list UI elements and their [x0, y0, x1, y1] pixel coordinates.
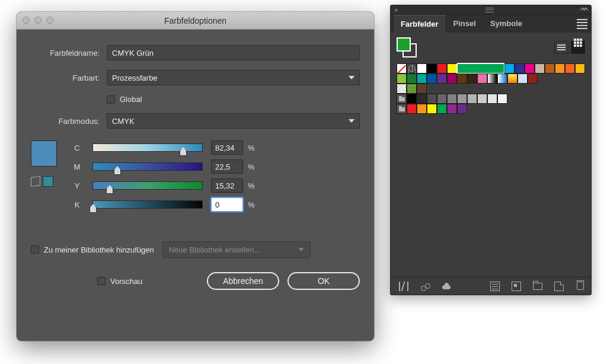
swatch-cell[interactable] — [565, 63, 575, 74]
swatch-cell[interactable] — [437, 104, 447, 114]
slider-knob-icon[interactable] — [114, 169, 121, 175]
swatch-cell[interactable] — [417, 63, 427, 74]
swatch-cell[interactable] — [528, 74, 538, 84]
swatch-cell[interactable] — [457, 94, 467, 104]
global-checkbox[interactable]: Global — [107, 95, 142, 104]
fill-swatch[interactable] — [397, 37, 411, 52]
swatch-cell[interactable] — [417, 94, 427, 104]
color-mode-select[interactable]: CMYK — [107, 113, 360, 129]
percent-label: % — [248, 162, 255, 171]
tab-brushes[interactable]: Pinsel — [446, 15, 483, 33]
swatch-cell[interactable] — [427, 74, 437, 84]
swatch-cell[interactable] — [427, 104, 437, 114]
tab-swatches[interactable]: Farbfelder — [393, 15, 446, 33]
swatch-cell[interactable] — [447, 74, 457, 84]
swatch-cell[interactable] — [467, 74, 477, 84]
swatch-kinds-icon[interactable] — [420, 282, 430, 291]
swatch-cell[interactable] — [417, 84, 427, 94]
swatch-cell[interactable] — [467, 94, 477, 104]
swatch-cell[interactable] — [397, 104, 407, 114]
library-select[interactable]: Neue Bibliothek erstellen... — [162, 241, 311, 258]
cyan-input[interactable] — [211, 141, 243, 155]
swatch-libraries-icon[interactable] — [399, 282, 408, 291]
fill-stroke-indicator[interactable] — [397, 37, 417, 58]
swatch-cell[interactable] — [555, 63, 565, 74]
slider-knob-icon[interactable] — [180, 150, 187, 156]
slider-knob-icon[interactable] — [90, 207, 97, 213]
swatch-cell[interactable] — [477, 94, 487, 104]
swatch-cell[interactable] — [417, 104, 427, 114]
dialog-titlebar[interactable]: Farbfeldoptionen — [17, 12, 374, 30]
window-controls[interactable] — [23, 17, 53, 24]
list-view-button[interactable] — [554, 41, 568, 54]
magenta-input[interactable] — [211, 159, 243, 174]
preview-checkbox[interactable]: Vorschau — [31, 277, 142, 286]
libraries-cloud-icon[interactable] — [442, 282, 451, 291]
ok-button[interactable]: OK — [287, 272, 360, 290]
swatch-cell[interactable] — [535, 63, 545, 74]
grid-view-button[interactable] — [571, 41, 585, 54]
delete-swatch-icon[interactable] — [577, 282, 584, 290]
dialog-title: Farbfeldoptionen — [164, 16, 226, 25]
cyan-slider[interactable] — [92, 143, 203, 152]
swatch-cell[interactable] — [407, 74, 417, 84]
yellow-input[interactable] — [211, 178, 243, 193]
swatch-cell[interactable] — [575, 63, 585, 74]
swatch-cell[interactable] — [457, 104, 467, 114]
swatch-name-input[interactable] — [107, 45, 360, 60]
panel-grip-bar[interactable]: × — [391, 5, 591, 15]
swatch-cell[interactable] — [397, 63, 407, 74]
swatch-cell[interactable] — [407, 94, 417, 104]
new-color-group-icon[interactable] — [512, 282, 521, 291]
swatch-cell[interactable] — [447, 63, 457, 74]
swatch-cell[interactable] — [447, 94, 457, 104]
black-input[interactable] — [211, 197, 243, 212]
swatch-cell[interactable] — [487, 74, 497, 84]
swatch-cell[interactable] — [457, 74, 467, 84]
tab-symbols[interactable]: Symbole — [483, 15, 529, 33]
swatch-cell[interactable] — [397, 94, 407, 104]
swatch-cell[interactable] — [437, 94, 447, 104]
panel-menu-icon[interactable] — [577, 19, 587, 29]
new-folder-icon[interactable] — [533, 283, 542, 290]
swatch-cell[interactable] — [497, 94, 507, 104]
out-of-gamut-indicator[interactable] — [31, 176, 53, 187]
color-type-select[interactable]: Prozessfarbe — [107, 70, 360, 85]
swatch-cell[interactable] — [437, 74, 447, 84]
swatch-cell[interactable] — [427, 63, 437, 74]
swatch-cell[interactable] — [427, 94, 437, 104]
swatch-cell[interactable] — [407, 63, 417, 74]
cancel-button[interactable]: Abbrechen — [207, 272, 279, 290]
swatch-cell[interactable] — [487, 94, 497, 104]
swatch-cell[interactable] — [525, 63, 535, 74]
close-icon[interactable] — [23, 17, 30, 24]
slider-knob-icon[interactable] — [106, 188, 113, 194]
swatch-cell[interactable] — [545, 63, 555, 74]
collapse-icon[interactable] — [582, 8, 587, 12]
swatch-cell[interactable] — [397, 84, 407, 94]
swatch-cell[interactable] — [497, 74, 507, 84]
swatch-cell[interactable] — [507, 74, 517, 84]
yellow-slider[interactable] — [92, 181, 203, 190]
swatch-cell[interactable] — [407, 84, 417, 94]
swatch-cell[interactable] — [447, 104, 457, 114]
color-mode-value: CMYK — [112, 117, 135, 126]
swatch-cell[interactable] — [504, 63, 515, 74]
black-slider[interactable] — [92, 200, 203, 209]
swatch-cell[interactable] — [457, 63, 504, 74]
minimize-icon[interactable] — [34, 17, 41, 24]
swatch-cell[interactable] — [437, 63, 447, 74]
add-to-library-checkbox[interactable]: Zu meiner Bibliothek hinzufügen — [31, 245, 154, 254]
zoom-icon[interactable] — [46, 17, 53, 24]
drag-grip-icon[interactable] — [485, 8, 494, 12]
close-icon[interactable]: × — [394, 7, 398, 14]
magenta-slider[interactable] — [92, 162, 203, 171]
swatch-cell[interactable] — [417, 74, 427, 84]
new-swatch-icon[interactable] — [554, 282, 564, 291]
swatch-cell[interactable] — [397, 74, 407, 84]
swatch-cell[interactable] — [477, 74, 487, 84]
swatch-cell[interactable] — [517, 74, 528, 84]
swatch-cell[interactable] — [407, 104, 417, 114]
swatch-cell[interactable] — [515, 63, 525, 74]
swatch-options-icon[interactable] — [490, 282, 500, 291]
